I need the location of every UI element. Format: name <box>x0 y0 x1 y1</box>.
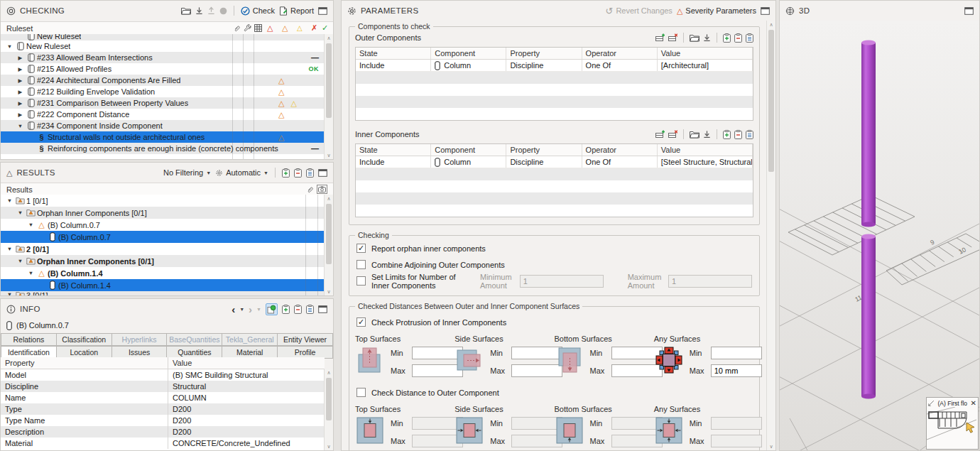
scroll-up-arrow[interactable]: ∧ <box>325 195 333 202</box>
forward-icon[interactable]: › <box>249 303 252 315</box>
cell-component[interactable]: Column <box>431 156 506 168</box>
result-row[interactable]: ▼Orphan Inner Components [0/1] <box>1 207 325 219</box>
column-header-property[interactable]: Property <box>506 48 582 59</box>
scroll-up-arrow[interactable]: ∧ <box>767 21 775 28</box>
tab-tekla-general[interactable]: Tekla_General <box>222 333 277 346</box>
forward-history-dropdown-icon[interactable]: ▼ <box>256 307 261 312</box>
result-row[interactable]: ▼△(B) Column.0.7 <box>1 219 325 231</box>
check-button[interactable]: Check <box>241 6 275 16</box>
clipboard-add-icon[interactable] <box>723 33 731 43</box>
scroll-thumb[interactable] <box>768 30 774 172</box>
property-row[interactable]: Model(B) SMC Building Structural <box>1 369 325 381</box>
filter-dropdown[interactable]: No Filtering ▼ <box>163 168 211 177</box>
clipboard-paste-icon[interactable] <box>306 305 314 314</box>
add-row-icon[interactable] <box>655 130 665 138</box>
scroll-thumb[interactable] <box>326 43 332 118</box>
checking-row[interactable]: ▶#224 Architectural Components Are Fille… <box>1 75 325 86</box>
clipboard-paste-icon[interactable] <box>306 168 314 178</box>
checking-scrollbar[interactable]: ∧ ∨ <box>324 34 333 159</box>
empty-row[interactable] <box>356 72 753 84</box>
expander-closed-icon[interactable]: ▶ <box>16 112 25 118</box>
result-row[interactable]: ▼2 [0/1] <box>1 243 325 255</box>
import-icon[interactable] <box>703 130 711 138</box>
expander-closed-icon[interactable]: ▶ <box>16 100 25 107</box>
component-rule-row[interactable]: IncludeColumnDisciplineOne Of[Architectu… <box>356 60 753 72</box>
set-limits-checkbox[interactable] <box>356 276 366 286</box>
empty-row[interactable] <box>356 96 753 108</box>
add-row-icon[interactable] <box>655 33 665 42</box>
open-ruleset-icon[interactable] <box>181 7 191 15</box>
cell-property[interactable]: Discipline <box>506 60 582 71</box>
open-icon[interactable] <box>690 131 699 138</box>
empty-row[interactable] <box>356 108 753 120</box>
clipboard-remove-icon[interactable] <box>734 33 742 43</box>
clipboard-paste-icon[interactable] <box>746 130 753 139</box>
column-header-property[interactable]: Property <box>506 144 582 156</box>
float-window-icon[interactable] <box>318 169 327 177</box>
any-max-input[interactable] <box>711 435 762 447</box>
import-icon[interactable] <box>195 6 203 15</box>
property-row[interactable]: MaterialCONCRETE/Concrete_Undefined <box>1 438 325 449</box>
property-row[interactable]: NameCOLUMN <box>1 392 325 403</box>
cell-state[interactable]: Include <box>356 60 431 71</box>
maximum-amount-input[interactable] <box>668 275 752 288</box>
column-header-value[interactable]: Value <box>658 48 753 59</box>
property-row[interactable]: Type NameD200 <box>1 415 325 426</box>
back-history-dropdown-icon[interactable]: ▼ <box>239 307 244 312</box>
cell-component[interactable]: Column <box>431 60 506 71</box>
checking-row-selected[interactable]: §Structural walls not outside architectu… <box>1 131 325 143</box>
clipboard-remove-icon[interactable] <box>294 168 302 178</box>
checking-row[interactable]: ▶#222 Component Distance△ <box>1 109 325 120</box>
clipboard-add-icon[interactable] <box>723 130 731 139</box>
tab-hyperlinks[interactable]: Hyperlinks <box>111 333 167 346</box>
float-window-icon[interactable] <box>761 7 770 15</box>
export-icon[interactable] <box>207 6 215 15</box>
cell-value[interactable]: [Architectural] <box>658 60 753 71</box>
check-protrusion-checkbox[interactable]: ✓ <box>356 317 366 327</box>
delete-row-icon[interactable] <box>668 130 677 138</box>
expander-open-icon[interactable]: ▼ <box>16 123 25 129</box>
scroll-thumb[interactable] <box>326 378 332 420</box>
cell-property[interactable]: Discipline <box>506 156 582 168</box>
scroll-up-arrow[interactable]: ∧ <box>325 34 333 42</box>
checking-row[interactable]: ▶#233 Allowed Beam Intersections— <box>1 52 325 63</box>
property-row[interactable]: DisciplineStructural <box>1 381 325 392</box>
property-column-header[interactable]: Property <box>1 359 168 367</box>
combine-adjoining-checkbox[interactable] <box>356 260 366 269</box>
cell-state[interactable]: Include <box>356 156 431 168</box>
expander-closed-icon[interactable]: ▶ <box>16 55 25 61</box>
checking-row[interactable]: ▶#212 Building Envelope Validation△ <box>1 86 325 97</box>
tab-entity-viewer[interactable]: Entity Viewer <box>277 333 333 346</box>
tab-classification[interactable]: Classification <box>56 333 111 346</box>
clipboard-remove-icon[interactable] <box>294 305 302 314</box>
column-header-state[interactable]: State <box>356 48 431 59</box>
auto-dropdown[interactable]: Automatic ▼ <box>215 168 268 177</box>
any-max-input[interactable] <box>711 364 762 377</box>
info-scrollbar[interactable]: ∧ ∨ <box>324 369 333 450</box>
import-icon[interactable] <box>703 33 711 42</box>
clipboard-paste-icon[interactable] <box>746 33 753 43</box>
close-icon[interactable]: ✕ <box>971 399 976 407</box>
floorplan-overlay[interactable]: (A) First flo ✕ <box>926 397 979 450</box>
expander-open-icon[interactable]: ▼ <box>5 246 14 252</box>
checking-row[interactable]: ▶#231 Comparison Between Property Values… <box>1 97 325 109</box>
any-min-input[interactable] <box>711 417 762 430</box>
expander-closed-icon[interactable]: ▶ <box>16 89 25 95</box>
results-scrollbar[interactable]: ∧ ∨ <box>324 195 333 295</box>
expander-open-icon[interactable]: ▼ <box>16 210 25 216</box>
minimum-amount-input[interactable] <box>520 275 604 288</box>
severity-parameters-button[interactable]: △ Severity Parameters <box>677 6 756 16</box>
column-header-component[interactable]: Component <box>431 48 506 59</box>
expander-closed-icon[interactable]: ▶ <box>16 66 25 72</box>
scroll-down-arrow[interactable]: ∨ <box>767 442 775 450</box>
scroll-thumb[interactable] <box>326 204 332 264</box>
checking-row[interactable]: ▼New Ruleset <box>1 40 325 52</box>
result-row-selected[interactable]: (B) Column.1.4 <box>1 279 325 291</box>
report-button[interactable]: Report <box>279 6 314 16</box>
tab-relations[interactable]: Relations <box>1 333 56 346</box>
camera-icon[interactable] <box>317 185 327 194</box>
float-window-icon[interactable] <box>964 7 974 15</box>
checking-row[interactable]: New Ruleset <box>1 34 325 40</box>
parameters-scrollbar[interactable]: ∧ ∨ <box>766 21 775 450</box>
scroll-down-arrow[interactable]: ∨ <box>325 442 333 450</box>
